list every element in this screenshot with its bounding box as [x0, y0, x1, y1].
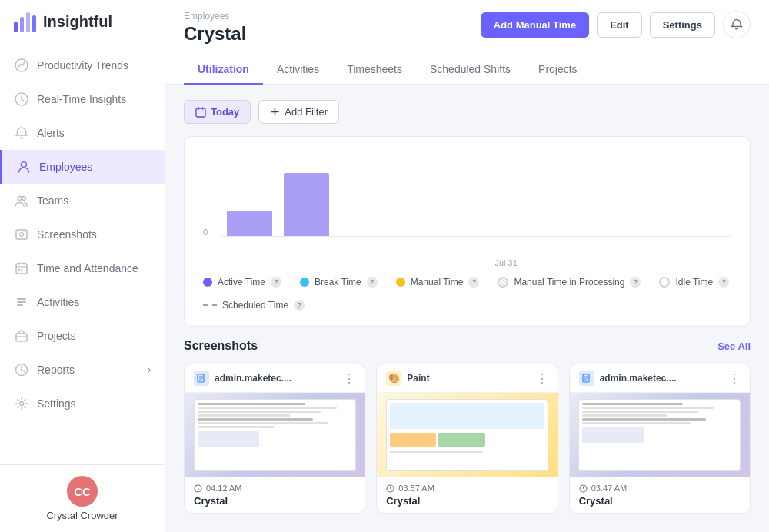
page-title-block: Employees Crystal	[184, 11, 246, 45]
calendar-icon	[14, 261, 29, 276]
legend-dot	[300, 278, 309, 287]
chart-legend: Active Time ? Break Time ? Manual Time ?	[203, 277, 731, 311]
x-label-main: Jul 31	[281, 258, 731, 268]
dashed-line	[240, 195, 731, 195]
plus-icon	[270, 107, 280, 117]
screenshot-user: Crystal	[579, 495, 741, 507]
screenshots-grid: admin.maketec.... ⋮	[184, 364, 751, 514]
legend-dashed	[203, 304, 217, 306]
screenshot-thumbnail	[377, 393, 557, 477]
add-filter-button[interactable]: Add Filter	[258, 100, 339, 124]
help-icon[interactable]: ?	[271, 277, 281, 288]
more-menu-button[interactable]: ⋮	[728, 371, 741, 386]
sidebar-item-label: Alerts	[37, 127, 65, 139]
clock-icon	[386, 484, 394, 493]
page-title: Crystal	[184, 23, 246, 45]
breadcrumb: Employees	[184, 11, 246, 22]
user-profile: CC Crystal Crowder	[0, 464, 165, 532]
svg-rect-2	[26, 12, 30, 32]
calendar-icon	[195, 107, 206, 118]
app-icon	[579, 371, 594, 386]
svg-point-7	[18, 197, 22, 201]
sidebar-item-settings[interactable]: Settings	[0, 387, 165, 421]
screenshot-user: Crystal	[194, 495, 355, 507]
person-icon	[16, 159, 32, 175]
content-area: Today Add Filter 0	[165, 85, 769, 532]
screenshot-footer: 04:12 AM Crystal	[185, 477, 365, 513]
legend-manual-processing: Manual Time in Processing ?	[498, 277, 641, 288]
list-icon	[14, 294, 29, 310]
settings-button[interactable]: Settings	[650, 12, 715, 38]
app-bar: admin.maketec.... ⋮	[185, 364, 365, 393]
help-icon[interactable]: ?	[630, 277, 641, 288]
svg-point-6	[22, 162, 27, 168]
add-manual-time-button[interactable]: Add Manual Time	[481, 12, 589, 38]
help-icon[interactable]: ?	[367, 277, 378, 288]
chart-area: 0	[203, 152, 731, 252]
sidebar-item-alerts[interactable]: Alerts	[0, 116, 165, 150]
sidebar-item-label: Real-Time Insights	[37, 93, 126, 105]
tab-timesheets[interactable]: Timesheets	[333, 55, 416, 85]
sidebar-item-employees[interactable]: Employees	[0, 150, 165, 184]
legend-idle-time: Idle Time ?	[659, 277, 729, 288]
screenshot-time: 03:57 AM	[386, 484, 548, 493]
screenshot-time: 04:12 AM	[194, 484, 355, 493]
screenshot-preview	[194, 399, 356, 471]
svg-rect-17	[17, 304, 23, 306]
help-icon[interactable]: ?	[718, 277, 729, 288]
y-label: 0	[203, 228, 218, 237]
screenshot-preview	[578, 399, 741, 471]
sidebar-item-label: Teams	[37, 195, 68, 207]
edit-button[interactable]: Edit	[597, 12, 642, 38]
more-menu-button[interactable]: ⋮	[343, 371, 355, 386]
tab-scheduled-shifts[interactable]: Scheduled Shifts	[416, 55, 524, 85]
svg-rect-0	[14, 22, 18, 32]
screenshot-thumbnail	[185, 393, 365, 477]
svg-rect-21	[196, 108, 205, 117]
see-all-link[interactable]: See All	[717, 341, 751, 352]
legend-scheduled-time: Scheduled Time ?	[203, 300, 305, 311]
sidebar-item-label: Time and Attendance	[37, 262, 138, 274]
time-value: 04:12 AM	[206, 484, 241, 493]
sidebar-item-teams[interactable]: Teams	[0, 184, 165, 218]
sidebar-item-real-time-insights[interactable]: Real-Time Insights	[0, 82, 165, 116]
sidebar-item-label: Activities	[37, 296, 79, 308]
app-icon: 🎨	[386, 371, 401, 386]
help-icon[interactable]: ?	[294, 300, 305, 311]
sidebar-item-time-attendance[interactable]: Time and Attendance	[0, 251, 165, 285]
legend-dot	[203, 278, 212, 287]
app-name: admin.maketec....	[215, 373, 291, 384]
screenshot-card-3: admin.maketec.... ⋮	[569, 364, 751, 514]
sidebar-item-screenshots[interactable]: Screenshots	[0, 218, 165, 251]
legend-manual-time: Manual Time ?	[396, 277, 480, 288]
screenshot-thumbnail	[570, 393, 750, 477]
legend-striped-dot	[498, 277, 508, 288]
utilization-chart-card: 0	[184, 136, 751, 327]
svg-rect-1	[20, 17, 24, 32]
notifications-button[interactable]	[723, 11, 751, 38]
tab-activities[interactable]: Activities	[263, 55, 333, 85]
tab-projects[interactable]: Projects	[524, 55, 591, 85]
svg-rect-3	[32, 15, 36, 32]
more-menu-button[interactable]: ⋮	[536, 371, 548, 386]
sidebar: Insightful Productivity Trends Real-Time…	[0, 0, 165, 532]
sidebar-item-activities[interactable]: Activities	[0, 285, 165, 319]
sidebar-item-projects[interactable]: Projects	[0, 319, 165, 353]
tab-utilization[interactable]: Utilization	[184, 55, 263, 85]
sidebar-item-label: Settings	[37, 397, 76, 410]
filter-bar: Today Add Filter	[184, 100, 751, 124]
help-icon[interactable]: ?	[468, 277, 479, 288]
svg-rect-18	[16, 334, 27, 341]
app-info: admin.maketec....	[579, 371, 677, 386]
app-name: Insightful	[43, 13, 112, 31]
app-bar: admin.maketec.... ⋮	[570, 364, 750, 393]
sidebar-item-reports[interactable]: Reports ›	[0, 353, 165, 387]
user-name: Crystal Crowder	[46, 510, 118, 521]
screenshot-footer: 03:47 AM Crystal	[570, 477, 750, 513]
svg-point-20	[20, 402, 24, 406]
legend-label: Manual Time	[411, 277, 464, 288]
today-filter-button[interactable]: Today	[184, 100, 251, 124]
sidebar-navigation: Productivity Trends Real-Time Insights A…	[0, 42, 165, 464]
logo-icon	[14, 11, 37, 32]
sidebar-item-productivity-trends[interactable]: Productivity Trends	[0, 48, 165, 82]
